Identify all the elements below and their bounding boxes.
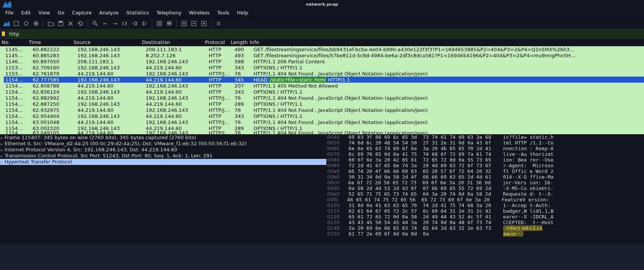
bookmark-icon[interactable] bbox=[0, 30, 7, 38]
cell: 192.168.246.143 bbox=[144, 71, 207, 77]
tree-node[interactable]: Internet Protocol Version 4, Src: 192.16… bbox=[0, 147, 326, 153]
packet-row[interactable]: 1146…60.897050208.111.183.1192.168.246.1… bbox=[4, 58, 644, 64]
tree-node[interactable]: Hypertext Transfer Protocol bbox=[0, 159, 326, 165]
cell: 62.761879 bbox=[31, 71, 76, 77]
cell: 1153… bbox=[4, 71, 31, 77]
cell-info: OPTIONS / HTTP/1.1 bbox=[252, 126, 644, 131]
stop-icon[interactable] bbox=[12, 19, 20, 28]
restart-icon[interactable] bbox=[22, 19, 30, 28]
cell: 192.168.246.143 bbox=[144, 107, 207, 113]
jump-icon[interactable] bbox=[121, 19, 129, 28]
packet-row[interactable]: 1154…63.00104844.219.144.60192.168.246.1… bbox=[4, 119, 644, 125]
cell: HTTP bbox=[207, 83, 233, 89]
cell: HTTP/J… bbox=[207, 95, 233, 101]
tree-node[interactable]: Transmission Control Protocol, Src Port:… bbox=[0, 153, 326, 159]
column-header[interactable]: Destination bbox=[140, 39, 203, 45]
menu-wireless[interactable]: Wireless bbox=[185, 9, 213, 16]
packet-row[interactable]: 1154…62.954404192.168.246.14344.219.144.… bbox=[4, 113, 644, 119]
packet-row[interactable]: 1145…60.882222192.168.246.143208.111.183… bbox=[4, 46, 644, 52]
cell: 1154… bbox=[4, 126, 31, 131]
column-header[interactable]: Protocol bbox=[203, 39, 229, 45]
colorize-icon[interactable] bbox=[165, 19, 173, 28]
tree-node[interactable]: Ethernet II, Src: VMware_d2:4a:25 (00:0c… bbox=[0, 141, 326, 147]
cell: 76 bbox=[233, 107, 252, 113]
tree-node[interactable]: Frame 115407: 345 bytes on wire (2760 bi… bbox=[0, 135, 326, 141]
packet-list[interactable]: 1145…60.882222192.168.246.143208.111.183… bbox=[0, 46, 644, 134]
cell: HTTP bbox=[207, 89, 233, 95]
cell: 44.219.144.60 bbox=[76, 95, 144, 101]
packet-row[interactable]: 1145…60.885283192.168.246.1438.252.7.126… bbox=[4, 52, 644, 58]
menu-view[interactable]: View bbox=[35, 9, 54, 16]
packet-row[interactable]: 1154…62.88299244.219.144.60192.168.246.1… bbox=[4, 95, 644, 101]
menu-analyze[interactable]: Analyze bbox=[96, 9, 123, 16]
packet-details-tree[interactable]: Frame 115407: 345 bytes on wire (2760 bi… bbox=[0, 134, 326, 244]
save-icon[interactable] bbox=[57, 19, 65, 28]
cell: 192.168.246.143 bbox=[144, 59, 207, 64]
shark-fin-icon[interactable] bbox=[2, 19, 11, 28]
menu-statistics[interactable]: Statistics bbox=[123, 9, 153, 16]
svg-rect-0 bbox=[14, 21, 19, 26]
cell: 44.219.144.60 bbox=[76, 71, 144, 77]
column-header[interactable]: Time bbox=[27, 39, 72, 45]
cell: 1154… bbox=[4, 83, 31, 89]
menu-go[interactable]: Go bbox=[54, 9, 68, 16]
cell-info: GET /filestreamingservice/files/57be811d… bbox=[252, 53, 644, 58]
packet-row[interactable]: 1153…62.76187944.219.144.60192.168.246.1… bbox=[4, 71, 644, 77]
resize-columns-icon[interactable] bbox=[214, 19, 223, 28]
zoom-out-icon[interactable] bbox=[190, 19, 198, 28]
menu-file[interactable]: File bbox=[2, 9, 17, 16]
open-icon[interactable] bbox=[47, 19, 55, 28]
cell: 207 bbox=[233, 83, 252, 89]
goto-first-icon[interactable] bbox=[131, 19, 139, 28]
svg-rect-13 bbox=[167, 23, 172, 24]
cell-info: HEAD /static?file=static.html HTTP/1.1 bbox=[252, 77, 644, 83]
cell: 76 bbox=[233, 95, 252, 101]
back-icon[interactable]: ← bbox=[101, 19, 109, 28]
cell: 493 bbox=[233, 53, 252, 58]
column-header[interactable]: Length bbox=[229, 39, 248, 45]
forward-icon[interactable]: → bbox=[111, 19, 119, 28]
goto-last-icon[interactable] bbox=[140, 19, 149, 28]
cell: 44.219.144.60 bbox=[76, 107, 144, 113]
cell: HTTP bbox=[207, 47, 233, 52]
packet-row[interactable]: 1154…62.80878844.219.144.60192.168.246.1… bbox=[4, 83, 644, 89]
column-header[interactable]: Info bbox=[248, 39, 644, 45]
packet-row[interactable]: 1154…62.777585192.168.246.14344.219.144.… bbox=[4, 77, 644, 83]
packet-row[interactable]: 1154…63.002320192.168.246.14344.219.144.… bbox=[4, 125, 644, 131]
packet-list-header[interactable]: No.TimeSourceDestinationProtocolLengthIn… bbox=[0, 39, 644, 46]
cell: 63.002320 bbox=[31, 126, 76, 131]
zoom-reset-icon[interactable] bbox=[200, 19, 208, 28]
toolbar-separator bbox=[88, 20, 88, 27]
options-icon[interactable] bbox=[32, 19, 40, 28]
menu-edit[interactable]: Edit bbox=[17, 9, 35, 16]
packet-row[interactable]: 1154…63.04910544.219.144.60192.168.246.1… bbox=[4, 131, 644, 134]
menu-help[interactable]: Help bbox=[233, 9, 252, 16]
cell: 62.777585 bbox=[31, 77, 76, 83]
display-filter-input[interactable] bbox=[7, 30, 644, 38]
cell: 44.219.144.60 bbox=[144, 89, 207, 95]
cell: 192.168.246.143 bbox=[144, 95, 207, 101]
close-icon[interactable] bbox=[66, 19, 75, 28]
menu-capture[interactable]: Capture bbox=[68, 9, 96, 16]
cell-info: HTTP/1.1 404 Not Found , JavaScript Obje… bbox=[252, 119, 644, 125]
cell: 192.168.246.143 bbox=[76, 113, 144, 119]
find-icon[interactable] bbox=[91, 19, 99, 28]
column-header[interactable]: Source bbox=[72, 39, 140, 45]
packet-row[interactable]: 1154…62.887250192.168.246.14344.219.144.… bbox=[4, 101, 644, 107]
column-header[interactable]: No. bbox=[0, 39, 27, 45]
cell: 588 bbox=[233, 59, 252, 64]
cell-info: HTTP/1.1 405 Method Not Allowed bbox=[252, 83, 644, 89]
reload-icon[interactable] bbox=[76, 19, 85, 28]
packet-row[interactable]: 1153…62.709160192.168.246.14344.219.144.… bbox=[4, 64, 644, 71]
cell: 62.882992 bbox=[31, 95, 76, 101]
zoom-in-icon[interactable]: + bbox=[180, 19, 188, 28]
menu-tools[interactable]: Tools bbox=[213, 9, 233, 16]
packet-row[interactable]: 1154…62.836124192.168.246.14344.219.144.… bbox=[4, 89, 644, 95]
packet-row[interactable]: 1154…62.93297544.219.144.60192.168.246.1… bbox=[4, 107, 644, 113]
window-title: network.pcap bbox=[306, 2, 338, 7]
packet-bytes-hex[interactable]: 0040 69 63 3f 66 69 6c 65 3d 73 74 61 74… bbox=[326, 134, 644, 244]
cell: 192.168.246.143 bbox=[76, 53, 144, 58]
menu-telephony[interactable]: Telephony bbox=[153, 9, 185, 16]
autoscroll-icon[interactable] bbox=[155, 19, 164, 28]
cell: 208.111.183.1 bbox=[76, 59, 144, 64]
